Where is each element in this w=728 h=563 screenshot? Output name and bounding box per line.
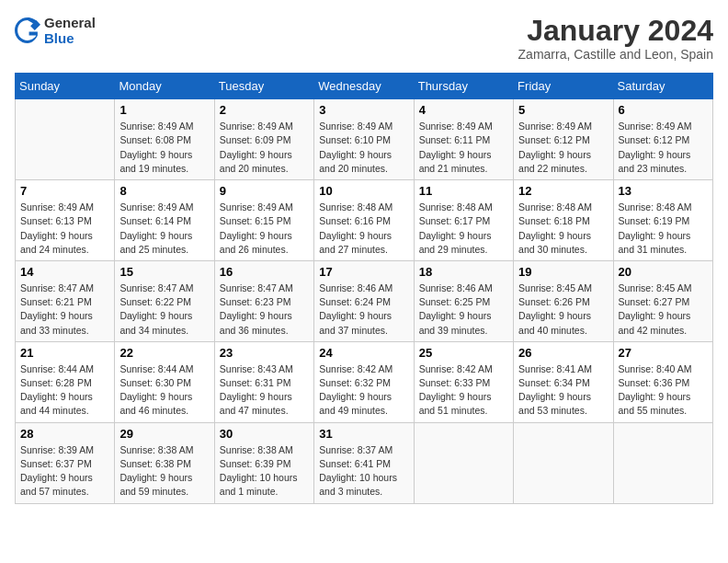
calendar-cell: 20Sunrise: 8:45 AMSunset: 6:27 PMDayligh… [613, 260, 712, 341]
header-monday: Monday [115, 74, 214, 99]
day-number: 23 [220, 346, 309, 360]
day-info: Sunrise: 8:49 AMSunset: 6:08 PMDaylight:… [119, 120, 209, 176]
header-wednesday: Wednesday [314, 74, 414, 99]
calendar-cell: 25Sunrise: 8:42 AMSunset: 6:33 PMDayligh… [414, 341, 513, 422]
calendar-cell: 19Sunrise: 8:45 AMSunset: 6:26 PMDayligh… [514, 260, 613, 341]
calendar-cell: 30Sunrise: 8:38 AMSunset: 6:39 PMDayligh… [214, 422, 313, 503]
header-sunday: Sunday [16, 74, 115, 99]
calendar-cell: 1Sunrise: 8:49 AMSunset: 6:08 PMDaylight… [115, 99, 214, 180]
calendar-table: SundayMondayTuesdayWednesdayThursdayFrid… [15, 73, 713, 503]
day-info: Sunrise: 8:46 AMSunset: 6:25 PMDaylight:… [419, 282, 508, 338]
day-number: 16 [220, 265, 309, 279]
page-header: General Blue January 2024 Zamarra, Casti… [15, 15, 713, 62]
day-info: Sunrise: 8:49 AMSunset: 6:11 PMDaylight:… [419, 120, 508, 176]
header-saturday: Saturday [613, 74, 712, 99]
day-number: 30 [220, 427, 309, 441]
day-number: 14 [20, 265, 109, 279]
calendar-cell: 8Sunrise: 8:49 AMSunset: 6:14 PMDaylight… [115, 180, 214, 261]
calendar-cell: 3Sunrise: 8:49 AMSunset: 6:10 PMDaylight… [314, 99, 414, 180]
day-number: 11 [419, 184, 508, 198]
day-info: Sunrise: 8:49 AMSunset: 6:10 PMDaylight:… [319, 120, 408, 176]
header-friday: Friday [514, 74, 613, 99]
calendar-cell: 21Sunrise: 8:44 AMSunset: 6:28 PMDayligh… [16, 341, 115, 422]
calendar-cell: 10Sunrise: 8:48 AMSunset: 6:16 PMDayligh… [314, 180, 414, 261]
day-number: 9 [220, 184, 309, 198]
day-info: Sunrise: 8:48 AMSunset: 6:19 PMDaylight:… [619, 201, 708, 257]
day-info: Sunrise: 8:44 AMSunset: 6:30 PMDaylight:… [119, 362, 209, 419]
day-info: Sunrise: 8:42 AMSunset: 6:32 PMDaylight:… [319, 362, 408, 419]
day-info: Sunrise: 8:46 AMSunset: 6:24 PMDaylight:… [319, 282, 408, 338]
day-info: Sunrise: 8:43 AMSunset: 6:31 PMDaylight:… [220, 362, 309, 419]
calendar-week-row: 7Sunrise: 8:49 AMSunset: 6:13 PMDaylight… [16, 180, 713, 261]
day-info: Sunrise: 8:44 AMSunset: 6:28 PMDaylight:… [20, 362, 109, 419]
calendar-cell: 28Sunrise: 8:39 AMSunset: 6:37 PMDayligh… [16, 422, 115, 503]
day-number: 13 [619, 184, 708, 198]
day-number: 7 [20, 184, 109, 198]
day-number: 26 [518, 346, 608, 360]
day-number: 27 [619, 346, 708, 360]
day-info: Sunrise: 8:49 AMSunset: 6:14 PMDaylight:… [119, 201, 209, 257]
calendar-cell: 24Sunrise: 8:42 AMSunset: 6:32 PMDayligh… [314, 341, 414, 422]
calendar-week-row: 1Sunrise: 8:49 AMSunset: 6:08 PMDaylight… [16, 99, 713, 180]
day-info: Sunrise: 8:42 AMSunset: 6:33 PMDaylight:… [419, 362, 508, 419]
day-number: 20 [619, 265, 708, 279]
calendar-cell [514, 422, 613, 503]
day-info: Sunrise: 8:48 AMSunset: 6:17 PMDaylight:… [419, 201, 508, 257]
calendar-week-row: 14Sunrise: 8:47 AMSunset: 6:21 PMDayligh… [16, 260, 713, 341]
generalblue-logo-icon [15, 17, 40, 43]
day-info: Sunrise: 8:40 AMSunset: 6:36 PMDaylight:… [619, 362, 708, 419]
day-info: Sunrise: 8:38 AMSunset: 6:38 PMDaylight:… [119, 443, 209, 500]
calendar-cell: 17Sunrise: 8:46 AMSunset: 6:24 PMDayligh… [314, 260, 414, 341]
day-info: Sunrise: 8:38 AMSunset: 6:39 PMDaylight:… [220, 443, 309, 500]
day-info: Sunrise: 8:41 AMSunset: 6:34 PMDaylight:… [518, 362, 608, 419]
day-number: 2 [220, 103, 309, 117]
day-number: 25 [419, 346, 508, 360]
day-info: Sunrise: 8:48 AMSunset: 6:18 PMDaylight:… [518, 201, 608, 257]
day-number: 6 [619, 103, 708, 117]
day-number: 15 [119, 265, 209, 279]
calendar-cell: 2Sunrise: 8:49 AMSunset: 6:09 PMDaylight… [214, 99, 313, 180]
day-number: 29 [119, 427, 209, 441]
calendar-cell: 27Sunrise: 8:40 AMSunset: 6:36 PMDayligh… [613, 341, 712, 422]
calendar-cell [613, 422, 712, 503]
day-info: Sunrise: 8:48 AMSunset: 6:16 PMDaylight:… [319, 201, 408, 257]
day-info: Sunrise: 8:47 AMSunset: 6:22 PMDaylight:… [119, 282, 209, 338]
day-number: 17 [319, 265, 408, 279]
day-number: 21 [20, 346, 109, 360]
day-info: Sunrise: 8:37 AMSunset: 6:41 PMDaylight:… [319, 443, 408, 500]
day-number: 31 [319, 427, 408, 441]
day-info: Sunrise: 8:49 AMSunset: 6:13 PMDaylight:… [20, 201, 109, 257]
calendar-cell [16, 99, 115, 180]
calendar-cell [414, 422, 513, 503]
day-info: Sunrise: 8:45 AMSunset: 6:27 PMDaylight:… [619, 282, 708, 338]
day-info: Sunrise: 8:39 AMSunset: 6:37 PMDaylight:… [20, 443, 109, 500]
logo-text: General Blue [44, 15, 96, 46]
calendar-cell: 6Sunrise: 8:49 AMSunset: 6:12 PMDaylight… [613, 99, 712, 180]
calendar-cell: 18Sunrise: 8:46 AMSunset: 6:25 PMDayligh… [414, 260, 513, 341]
day-number: 24 [319, 346, 408, 360]
day-number: 19 [518, 265, 608, 279]
calendar-cell: 23Sunrise: 8:43 AMSunset: 6:31 PMDayligh… [214, 341, 313, 422]
day-number: 5 [518, 103, 608, 117]
calendar-cell: 11Sunrise: 8:48 AMSunset: 6:17 PMDayligh… [414, 180, 513, 261]
calendar-week-row: 28Sunrise: 8:39 AMSunset: 6:37 PMDayligh… [16, 422, 713, 503]
calendar-cell: 13Sunrise: 8:48 AMSunset: 6:19 PMDayligh… [613, 180, 712, 261]
calendar-cell: 15Sunrise: 8:47 AMSunset: 6:22 PMDayligh… [115, 260, 214, 341]
calendar-cell: 22Sunrise: 8:44 AMSunset: 6:30 PMDayligh… [115, 341, 214, 422]
day-number: 28 [20, 427, 109, 441]
calendar-cell: 31Sunrise: 8:37 AMSunset: 6:41 PMDayligh… [314, 422, 414, 503]
title-block: January 2024 Zamarra, Castille and Leon,… [518, 15, 713, 62]
calendar-cell: 4Sunrise: 8:49 AMSunset: 6:11 PMDaylight… [414, 99, 513, 180]
calendar-cell: 26Sunrise: 8:41 AMSunset: 6:34 PMDayligh… [514, 341, 613, 422]
calendar-cell: 14Sunrise: 8:47 AMSunset: 6:21 PMDayligh… [16, 260, 115, 341]
day-number: 1 [119, 103, 209, 117]
day-info: Sunrise: 8:47 AMSunset: 6:23 PMDaylight:… [220, 282, 309, 338]
day-number: 12 [518, 184, 608, 198]
location-subtitle: Zamarra, Castille and Leon, Spain [518, 47, 713, 62]
calendar-cell: 12Sunrise: 8:48 AMSunset: 6:18 PMDayligh… [514, 180, 613, 261]
month-title: January 2024 [518, 15, 713, 47]
header-thursday: Thursday [414, 74, 513, 99]
calendar-header-row: SundayMondayTuesdayWednesdayThursdayFrid… [16, 74, 713, 99]
calendar-week-row: 21Sunrise: 8:44 AMSunset: 6:28 PMDayligh… [16, 341, 713, 422]
day-number: 18 [419, 265, 508, 279]
